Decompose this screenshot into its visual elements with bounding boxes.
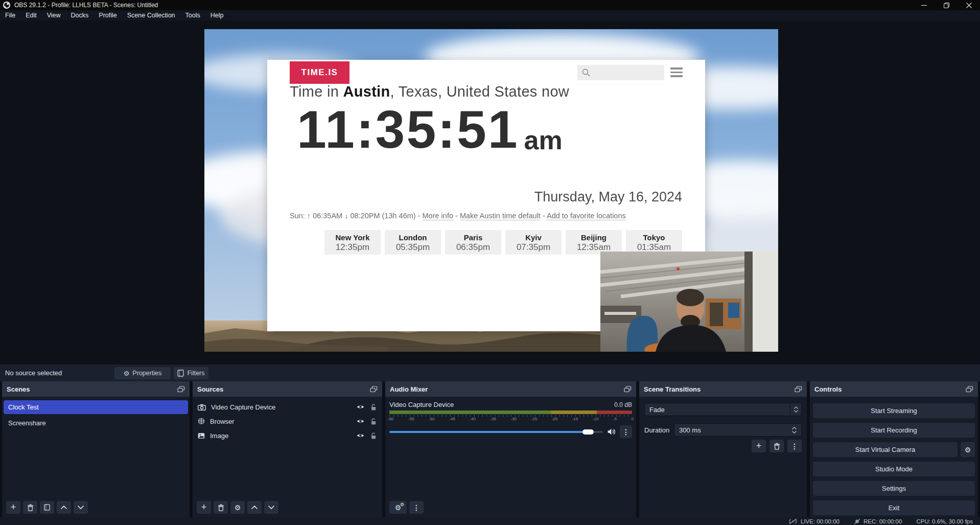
filters-button[interactable]: Filters bbox=[174, 367, 208, 379]
settings-button[interactable]: Settings bbox=[813, 481, 975, 496]
add-scene-button[interactable]: + bbox=[6, 501, 20, 514]
more-info-link: More info bbox=[423, 212, 453, 220]
popout-icon[interactable] bbox=[177, 386, 185, 393]
spin-up-icon[interactable] bbox=[792, 427, 797, 429]
start-streaming-button[interactable]: Start Streaming bbox=[813, 403, 975, 418]
eye-icon[interactable] bbox=[356, 418, 365, 424]
duration-label: Duration bbox=[644, 426, 674, 434]
mixer-level-value: 0.0 dB bbox=[614, 401, 632, 408]
trash-icon bbox=[774, 443, 780, 450]
clock-ampm: am bbox=[524, 127, 563, 156]
lock-icon[interactable] bbox=[370, 432, 377, 440]
source-item-video-capture[interactable]: Video Capture Device bbox=[193, 400, 382, 414]
close-icon[interactable] bbox=[958, 0, 980, 10]
combo-arrows-icon bbox=[790, 403, 801, 416]
city-card: New York12:35pm bbox=[324, 230, 381, 255]
remove-source-button[interactable] bbox=[214, 501, 228, 514]
scene-item-screenshare[interactable]: Screenshare bbox=[4, 416, 188, 430]
transition-menu-button[interactable]: ⋮ bbox=[787, 440, 802, 452]
spin-down-icon[interactable] bbox=[792, 431, 797, 433]
source-properties-button[interactable]: ⚙ bbox=[230, 501, 245, 514]
start-virtual-camera-button[interactable]: Start Virtual Camera bbox=[813, 442, 958, 457]
cpu-fps-status: CPU: 0.6%, 30.00 fps bbox=[916, 518, 973, 524]
lock-icon[interactable] bbox=[370, 418, 377, 425]
remove-scene-button[interactable] bbox=[23, 501, 37, 514]
properties-button[interactable]: ⚙ Properties bbox=[114, 367, 171, 379]
timeis-heading: Time in Austin, Texas, United States now bbox=[290, 83, 569, 100]
move-source-up-button[interactable] bbox=[247, 501, 262, 514]
volume-slider-handle[interactable] bbox=[582, 429, 594, 435]
trash-icon bbox=[27, 504, 34, 511]
image-icon bbox=[198, 432, 205, 439]
no-source-status: No source selected bbox=[5, 369, 62, 377]
source-toolbar: No source selected ⚙ Properties Filters bbox=[0, 364, 980, 381]
city-card: London05:35pm bbox=[385, 230, 441, 255]
broadcast-off-icon bbox=[788, 518, 798, 524]
menu-scene-collection[interactable]: Scene Collection bbox=[122, 10, 180, 20]
preview-canvas[interactable]: TIME.IS Time in Austin, Texas, United St… bbox=[204, 29, 778, 352]
mixer-menu-button[interactable]: ⋮ bbox=[409, 501, 424, 514]
scene-filters-button[interactable] bbox=[40, 501, 54, 514]
make-default-link: Make Austin time default bbox=[460, 212, 541, 220]
eye-icon[interactable] bbox=[356, 432, 365, 439]
start-recording-button[interactable]: Start Recording bbox=[813, 423, 975, 438]
search-icon bbox=[581, 68, 591, 77]
virtual-camera-settings-button[interactable]: ⚙ bbox=[961, 442, 975, 457]
duration-spinner[interactable]: 300 ms bbox=[674, 423, 802, 437]
hamburger-menu-icon bbox=[670, 67, 683, 79]
city-card: Paris06:35pm bbox=[445, 230, 501, 255]
popout-icon[interactable] bbox=[795, 386, 802, 393]
scene-item-clock-test[interactable]: Clock Test bbox=[4, 400, 188, 414]
chevron-up-icon bbox=[61, 506, 67, 509]
move-scene-down-button[interactable] bbox=[74, 501, 88, 514]
mixer-channel-menu-button[interactable]: ⋮ bbox=[620, 425, 632, 438]
remove-transition-button[interactable] bbox=[769, 440, 784, 452]
menu-help[interactable]: Help bbox=[205, 10, 229, 20]
menu-edit[interactable]: Edit bbox=[20, 10, 42, 20]
record-off-icon bbox=[854, 518, 860, 524]
speaker-icon[interactable] bbox=[607, 428, 616, 436]
popout-icon[interactable] bbox=[370, 386, 378, 393]
source-item-image[interactable]: Image bbox=[193, 428, 382, 443]
live-status: LIVE: 00:00:00 bbox=[788, 518, 839, 524]
chevron-up-icon bbox=[251, 506, 258, 509]
timeis-search-box bbox=[577, 65, 664, 80]
exit-button[interactable]: Exit bbox=[813, 500, 975, 515]
eye-icon[interactable] bbox=[356, 404, 365, 410]
window-title: OBS 29.1.2 - Profile: LLHLS BETA - Scene… bbox=[14, 2, 913, 9]
source-item-browser[interactable]: Browser bbox=[193, 414, 382, 428]
camera-icon bbox=[198, 404, 206, 410]
timeis-sun-line: Sun: ↑ 06:35AM ↓ 08:20PM (13h 46m) - Mor… bbox=[290, 212, 626, 220]
advanced-audio-button[interactable]: ⚙⚙ bbox=[389, 501, 407, 514]
statusbar: LIVE: 00:00:00 REC: 00:00:00 CPU: 0.6%, … bbox=[0, 517, 980, 525]
city-card: Kyiv07:35pm bbox=[505, 230, 562, 255]
menu-profile[interactable]: Profile bbox=[94, 10, 122, 20]
rec-status: REC: 00:00:00 bbox=[854, 518, 902, 524]
add-transition-button[interactable]: + bbox=[752, 440, 766, 452]
add-source-button[interactable]: + bbox=[197, 501, 211, 514]
filter-icon bbox=[44, 504, 50, 511]
menu-file[interactable]: File bbox=[0, 10, 20, 20]
menu-docks[interactable]: Docks bbox=[66, 10, 94, 20]
scenes-title: Scenes bbox=[7, 385, 177, 393]
popout-icon[interactable] bbox=[624, 386, 632, 393]
transitions-title: Scene Transitions bbox=[644, 385, 795, 393]
minimize-button[interactable] bbox=[913, 0, 935, 10]
menu-view[interactable]: View bbox=[42, 10, 66, 20]
menu-tools[interactable]: Tools bbox=[180, 10, 205, 20]
scene-transitions-panel: Scene Transitions Fade Duration 300 ms + bbox=[639, 381, 807, 517]
webcam-overlay bbox=[600, 252, 778, 352]
gear-icon: ⚙ bbox=[235, 504, 241, 511]
lock-icon[interactable] bbox=[370, 403, 377, 411]
volume-slider[interactable] bbox=[389, 431, 603, 433]
move-scene-up-button[interactable] bbox=[57, 501, 71, 514]
move-source-down-button[interactable] bbox=[264, 501, 278, 514]
transition-select[interactable]: Fade bbox=[644, 403, 802, 416]
restore-button[interactable] bbox=[935, 0, 958, 10]
timeis-world-clocks: New York12:35pm London05:35pm Paris06:35… bbox=[324, 230, 682, 255]
timeis-date: Thursday, May 16, 2024 bbox=[534, 189, 682, 205]
sources-panel: Sources Video Capture Device Browser Ima… bbox=[193, 381, 382, 517]
titlebar: OBS 29.1.2 - Profile: LLHLS BETA - Scene… bbox=[0, 0, 980, 10]
popout-icon[interactable] bbox=[966, 386, 973, 393]
studio-mode-button[interactable]: Studio Mode bbox=[813, 462, 975, 476]
